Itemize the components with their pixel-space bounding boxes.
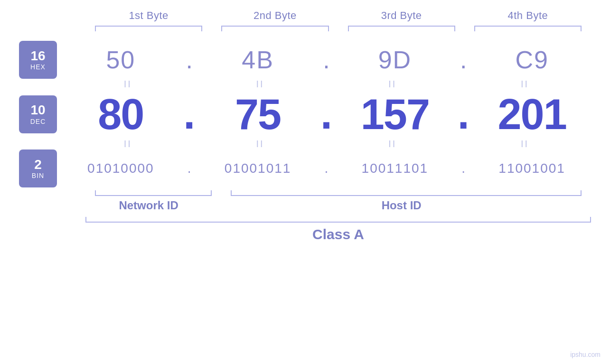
dec-badge-label: DEC: [30, 118, 46, 125]
dec-row-data: 80 . 75 . 157 . 201: [62, 90, 591, 139]
dec-value-1: 80: [62, 93, 180, 136]
equals-inner-1: II II II II: [62, 79, 591, 90]
bracket-cell-4: [465, 26, 591, 31]
hex-dot-2: .: [317, 46, 336, 74]
network-bracket-bottom: [95, 190, 212, 196]
hex-value-2: 4B: [199, 46, 317, 74]
hex-dot-3: .: [454, 46, 473, 74]
hex-row-data: 50 . 4B . 9D . C9: [62, 46, 591, 74]
bin-badge: 2 BIN: [19, 149, 57, 187]
equals-row-2: II II II II: [19, 139, 591, 149]
byte-header-1: 1st Byte: [85, 9, 212, 22]
eq-sign-2b: II: [194, 139, 327, 149]
bracket-cell-3: [338, 26, 465, 31]
bracket-top-1: [95, 26, 202, 31]
class-label: Class A: [312, 226, 364, 243]
bracket-cell-1: [85, 26, 212, 31]
host-bracket-cell: [221, 190, 591, 196]
byte-header-3: 3rd Byte: [338, 9, 465, 22]
network-id-label: Network ID: [85, 199, 212, 212]
equals-row-1: II II II II: [19, 79, 591, 90]
bottom-bracket-row: [19, 190, 591, 196]
host-id-label: Host ID: [212, 199, 591, 212]
dec-dot-1: .: [180, 90, 199, 139]
watermark: ipshu.com: [570, 351, 601, 358]
dec-dot-2: .: [317, 90, 336, 139]
eq-sign-1d: II: [459, 79, 591, 90]
bin-value-3: 10011101: [336, 161, 454, 176]
eq-sign-1a: II: [62, 79, 194, 90]
class-bracket: [85, 217, 591, 223]
bin-row-data: 01010000 . 01001011 . 10011101 . 1100100…: [62, 161, 591, 176]
eq-sign-1b: II: [194, 79, 327, 90]
bin-value-4: 11001001: [473, 161, 591, 176]
bracket-top-4: [474, 26, 582, 31]
network-host-label-row: Network ID Host ID: [19, 199, 591, 212]
dec-dot-3: .: [454, 90, 473, 139]
hex-badge: 16 HEX: [19, 41, 57, 79]
dec-badge-number: 10: [30, 103, 45, 118]
bin-dot-3: .: [454, 161, 473, 176]
equals-inner-2: II II II II: [62, 139, 591, 149]
eq-sign-1c: II: [327, 79, 459, 90]
hex-badge-number: 16: [30, 49, 45, 64]
hex-value-1: 50: [62, 46, 180, 74]
hex-row: 16 HEX 50 . 4B . 9D . C9: [19, 41, 591, 79]
host-bracket-bottom: [231, 190, 582, 196]
bracket-cell-2: [212, 26, 338, 31]
class-section: Class A: [19, 217, 591, 243]
dec-badge: 10 DEC: [19, 95, 57, 133]
bin-dot-1: .: [180, 161, 199, 176]
bin-dot-2: .: [317, 161, 336, 176]
eq-sign-2c: II: [327, 139, 459, 149]
bracket-top-2: [221, 26, 328, 31]
byte-header-4: 4th Byte: [465, 9, 591, 22]
eq-sign-2a: II: [62, 139, 194, 149]
byte-header-2: 2nd Byte: [212, 9, 338, 22]
byte-header-row: 1st Byte 2nd Byte 3rd Byte 4th Byte: [19, 9, 591, 22]
dec-row: 10 DEC 80 . 75 . 157 . 201: [19, 90, 591, 139]
bin-row: 2 BIN 01010000 . 01001011 . 10011101 .: [19, 149, 591, 187]
eq-sign-2d: II: [459, 139, 591, 149]
main-container: 1st Byte 2nd Byte 3rd Byte 4th Byte 16 H…: [0, 0, 610, 364]
hex-value-3: 9D: [336, 46, 454, 74]
dec-value-2: 75: [199, 93, 317, 136]
hex-badge-label: HEX: [30, 63, 46, 71]
hex-value-4: C9: [473, 46, 591, 74]
dec-value-4: 201: [473, 93, 591, 136]
bin-badge-label: BIN: [32, 172, 44, 179]
top-bracket-row: [19, 26, 591, 31]
hex-dot-1: .: [180, 46, 199, 74]
bracket-top-3: [348, 26, 455, 31]
bin-value-1: 01010000: [62, 161, 180, 176]
network-bracket-cell: [85, 190, 221, 196]
bin-badge-number: 2: [34, 158, 42, 172]
bin-value-2: 01001011: [199, 161, 317, 176]
dec-value-3: 157: [336, 93, 454, 136]
